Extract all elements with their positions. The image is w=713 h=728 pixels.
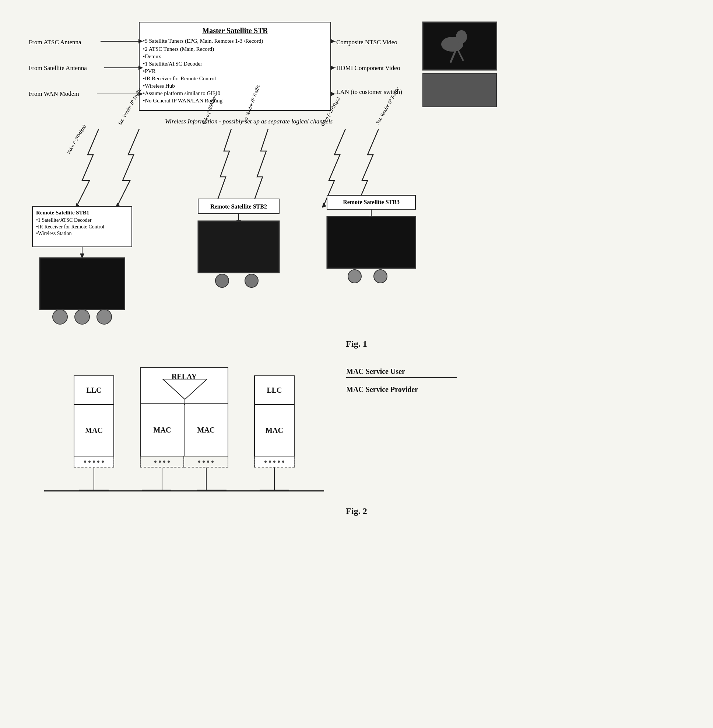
fig2-diagram-wrapper: LLC MAC RELAY [44,367,324,492]
relay-legs [140,468,228,490]
relay-leg-left [162,468,163,490]
svg-marker-37 [75,203,79,208]
svg-point-31 [456,30,467,43]
svg-marker-28 [331,92,335,96]
svg-text:•1 Satellite/ATSC Decoder: •1 Satellite/ATSC Decoder [36,217,92,223]
fig2-main: LLC MAC RELAY [44,367,457,492]
svg-text:Master Satellite STB: Master Satellite STB [202,27,267,34]
svg-text:Sat. Vendor IP Traffic: Sat. Vendor IP Traffic [375,86,401,125]
station2-llc: LLC [254,375,295,405]
svg-text:•5 Satellite Tuners (EPG, Main: •5 Satellite Tuners (EPG, Main, Remotes … [143,38,263,44]
svg-text:•2 ATSC Tuners (Main, Record): •2 ATSC Tuners (Main, Record) [143,46,214,52]
svg-text:From WAN Modem: From WAN Modem [29,90,79,97]
svg-point-57 [75,309,89,324]
svg-marker-26 [331,66,335,70]
svg-text:Remote Satellite STB3: Remote Satellite STB3 [343,199,400,205]
station2: LLC MAC [254,375,295,490]
svg-text:From ATSC Antenna: From ATSC Antenna [29,39,81,46]
relay-mac-left: MAC [141,404,184,456]
svg-line-32 [450,50,456,63]
bus-line [44,490,324,492]
svg-text:•No General IP WAN/LAN Routing: •No General IP WAN/LAN Routing [143,98,223,103]
relay-feet [129,490,239,490]
svg-marker-47 [355,203,359,208]
svg-marker-45 [322,203,326,208]
svg-text:Video (~20Mbps): Video (~20Mbps) [66,124,87,155]
legend-divider-1 [346,377,457,378]
svg-rect-63 [198,221,279,273]
svg-text:•Assume platform similar to GH: •Assume platform similar to GH10 [143,90,220,96]
svg-text:Wireless Information - possibl: Wireless Information - possibly set up a… [165,118,333,125]
svg-point-30 [441,37,463,52]
relay-phy-left [140,456,184,468]
svg-text:LAN (to customer switch): LAN (to customer switch) [336,88,402,96]
station2-foot [260,490,289,490]
relay-foot-left [142,490,171,490]
station1-mac: MAC [74,405,114,456]
legend-service-user: MAC Service User [346,367,457,378]
svg-point-71 [348,270,361,283]
relay-leg-right [206,468,207,490]
svg-text:Remote Satellite STB1: Remote Satellite STB1 [36,209,89,215]
station1-phy [74,456,114,468]
svg-text:HDMI Component Video: HDMI Component Video [336,64,400,72]
relay-station: RELAY MAC MAC [129,367,239,490]
station2-leg [274,468,275,490]
relay-bottom: MAC MAC [140,404,228,456]
fig2-wrapper: LLC MAC RELAY [22,367,691,499]
svg-marker-17 [139,66,143,70]
svg-marker-41 [215,199,219,204]
relay-foot-right [197,490,227,490]
svg-rect-55 [40,258,124,309]
svg-marker-69 [369,216,373,221]
svg-text:Video (~20Mbps): Video (~20Mbps) [201,93,218,126]
svg-text:•1 Satellite/ATSC Decoder: •1 Satellite/ATSC Decoder [143,61,202,67]
relay-mac-right: MAC [184,404,228,456]
svg-marker-39 [116,203,120,208]
svg-line-33 [458,50,463,61]
relay-box: RELAY [140,367,228,404]
svg-text:Sat. Vendor IP Traffic: Sat. Vendor IP Traffic [117,87,143,126]
svg-text:Sat Vendor IP Traffic: Sat Vendor IP Traffic [242,84,261,124]
svg-marker-19 [139,92,143,96]
relay-phy-right [184,456,228,468]
svg-marker-62 [236,220,241,226]
svg-point-58 [97,309,112,324]
svg-rect-34 [423,74,497,107]
svg-marker-73 [163,379,207,399]
station2-phy [254,456,295,468]
svg-rect-48 [33,206,132,247]
relay-label: RELAY [172,372,197,381]
svg-marker-15 [139,39,143,43]
svg-point-56 [53,309,67,324]
legend-service-user-label: MAC Service User [346,367,457,376]
svg-rect-70 [327,217,415,268]
svg-point-64 [215,274,229,287]
svg-rect-29 [423,22,497,70]
station1-foot [79,490,109,490]
fig2-label: Fig. 2 [22,506,691,516]
svg-marker-24 [331,39,335,43]
relay-phy-row [140,456,228,468]
fig2-legend: MAC Service User MAC Service Provider [346,367,457,401]
fig1-label: Fig. 1 [22,339,691,349]
station1-llc: LLC [74,375,114,405]
legend-service-provider-label: MAC Service Provider [346,386,457,394]
svg-text:Remote Satellite STB2: Remote Satellite STB2 [210,203,267,209]
station1: LLC MAC [74,375,114,490]
svg-text:•PVR: •PVR [143,68,155,74]
svg-point-72 [374,270,387,283]
svg-rect-0 [139,22,331,111]
svg-marker-54 [80,254,84,259]
svg-text:•IR Receiver for Remote Contro: •IR Receiver for Remote Control [143,76,216,81]
svg-text:•Wireless Station: •Wireless Station [36,231,72,236]
svg-text:•Wireless Hub: •Wireless Hub [143,83,175,89]
svg-text:Video (~20Mbps): Video (~20Mbps) [320,96,341,128]
svg-text:From Satellite Antenna: From Satellite Antenna [29,64,87,72]
svg-rect-66 [327,195,415,209]
station1-leg [94,468,94,490]
svg-point-65 [245,274,258,287]
svg-text:•Demux: •Demux [143,54,161,59]
svg-marker-43 [252,199,256,204]
svg-text:Composite NTSC Video: Composite NTSC Video [336,39,397,46]
